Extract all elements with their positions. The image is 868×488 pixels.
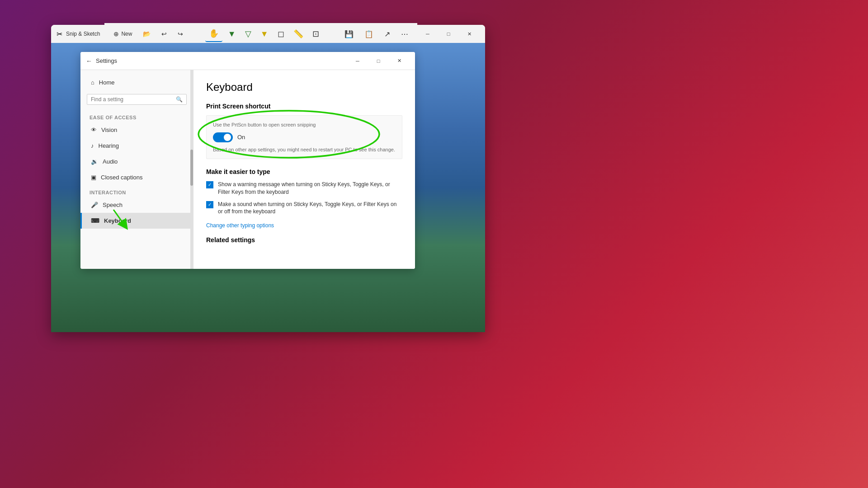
audio-icon: 🔉: [91, 158, 98, 165]
snip-content: ← Settings ─ □ ✕ ⌂: [51, 43, 485, 332]
type-section-title: Make it easier to type: [206, 168, 402, 175]
interaction-label: Interaction: [80, 185, 193, 197]
touch-draw-icon: ✋: [209, 28, 219, 38]
settings-window: ← Settings ─ □ ✕ ⌂: [80, 52, 415, 269]
toggle-description: Use the PrtScn button to open screen sni…: [213, 121, 396, 129]
home-icon: ⌂: [91, 79, 94, 86]
toggle-row: On: [213, 132, 396, 142]
snip-close-button[interactable]: ✕: [459, 27, 480, 41]
open-icon: 📂: [143, 30, 151, 38]
redo-icon: ↪: [178, 30, 183, 38]
settings-minimize-button[interactable]: ─: [347, 54, 368, 68]
sidebar-scrollbar-thumb: [190, 150, 193, 186]
settings-title-left: ← Settings: [86, 57, 117, 65]
captions-icon: ▣: [91, 174, 96, 181]
checkmark-1: ✓: [208, 183, 212, 187]
settings-body: ⌂ Home 🔍 Ease of Access 👁: [80, 70, 415, 269]
checkbox-1[interactable]: ✓: [206, 181, 213, 188]
eraser-icon: ◻: [278, 29, 284, 39]
highlighter-button[interactable]: ▼: [257, 26, 272, 42]
open-button[interactable]: 📂: [138, 26, 155, 42]
toggle-note: Based on other app settings, you might n…: [213, 146, 396, 154]
settings-title-text: Settings: [96, 57, 117, 64]
crop-button[interactable]: ⊡: [309, 26, 323, 42]
toggle-knob: [224, 134, 231, 141]
highlighter-icon: ▼: [260, 29, 269, 39]
sidebar-speech-label: Speech: [103, 202, 123, 208]
share-icon: ↗: [384, 30, 390, 38]
checkbox-row-2: ✓ Make a sound when turning on Sticky Ke…: [206, 201, 402, 216]
toggle-state-label: On: [237, 134, 245, 141]
hearing-icon: ♪: [91, 142, 94, 149]
settings-back-button[interactable]: ←: [86, 57, 92, 65]
new-label: New: [121, 31, 132, 37]
ease-of-access-label: Ease of Access: [80, 110, 193, 122]
redo-button[interactable]: ↪: [173, 26, 188, 42]
checkbox-2[interactable]: ✓: [206, 201, 213, 208]
sidebar-home-label: Home: [99, 79, 115, 86]
prtscn-toggle[interactable]: [213, 132, 233, 142]
sidebar-vision-label: Vision: [101, 127, 117, 133]
snip-toolbar: ⊕ New 📂 ↩ ↪ ✋ ▼ ▽: [104, 23, 417, 45]
green-arrow-annotation: [109, 210, 132, 230]
sidebar-item-audio[interactable]: 🔉 Audio: [80, 154, 193, 169]
snip-background-image: ← Settings ─ □ ✕ ⌂: [51, 43, 485, 332]
copy-button[interactable]: 📋: [360, 26, 378, 42]
page-title: Keyboard: [206, 81, 402, 94]
copy-icon: 📋: [364, 30, 373, 38]
checkmark-2: ✓: [208, 202, 212, 207]
eraser-button[interactable]: ◻: [274, 26, 288, 42]
change-typing-link-container: Change other typing options: [206, 221, 402, 229]
sidebar-item-keyboard[interactable]: ⌨ Keyboard: [80, 213, 193, 229]
ruler-icon: 📏: [293, 29, 303, 39]
checkbox-label-2: Make a sound when turning on Sticky Keys…: [218, 201, 402, 216]
sidebar-item-vision[interactable]: 👁 Vision: [80, 122, 193, 138]
settings-main: Keyboard Print Screen shortcut Use the P…: [193, 70, 415, 269]
print-screen-title: Print Screen shortcut: [206, 103, 402, 110]
sidebar-item-speech[interactable]: 🎤 Speech: [80, 197, 193, 213]
snip-sketch-window: ✂ Snip & Sketch ⊕ New 📂 ↩ ↪ ✋: [51, 25, 485, 332]
settings-sidebar: ⌂ Home 🔍 Ease of Access 👁: [80, 70, 193, 269]
svg-line-1: [113, 210, 125, 225]
print-screen-section: Use the PrtScn button to open screen sni…: [206, 115, 402, 159]
ballpoint-button[interactable]: ▼: [224, 26, 240, 42]
checkbox-row-1: ✓ Show a warning message when turning on…: [206, 181, 402, 196]
speech-icon: 🎤: [91, 202, 98, 208]
snip-title-left: ✂ Snip & Sketch: [57, 30, 100, 38]
keyboard-icon: ⌨: [91, 217, 99, 224]
more-icon: ⋯: [401, 30, 408, 38]
new-icon: ⊕: [113, 30, 119, 38]
crop-icon: ⊡: [312, 29, 319, 39]
sidebar-captions-label: Closed captions: [101, 174, 143, 181]
change-typing-link[interactable]: Change other typing options: [206, 222, 274, 229]
new-button[interactable]: ⊕ New: [109, 26, 137, 42]
snip-minimize-button[interactable]: ─: [417, 27, 438, 41]
vision-icon: 👁: [91, 127, 97, 133]
snip-maximize-button[interactable]: □: [438, 27, 459, 41]
settings-search-input[interactable]: [91, 96, 176, 103]
settings-search-box[interactable]: 🔍: [87, 94, 187, 105]
settings-maximize-button[interactable]: □: [368, 54, 389, 68]
pencil-button[interactable]: ▽: [241, 26, 255, 42]
search-icon: 🔍: [176, 96, 183, 103]
snip-win-controls: ─ □ ✕: [417, 27, 480, 41]
sidebar-item-hearing[interactable]: ♪ Hearing: [80, 138, 193, 154]
save-button[interactable]: 💾: [340, 26, 358, 42]
sidebar-hearing-label: Hearing: [99, 142, 119, 149]
sidebar-scrollbar[interactable]: [190, 70, 193, 269]
settings-titlebar: ← Settings ─ □ ✕: [80, 52, 415, 70]
touch-draw-button[interactable]: ✋: [205, 26, 222, 42]
sidebar-item-home[interactable]: ⌂ Home: [80, 75, 193, 90]
checkbox-label-1: Show a warning message when turning on S…: [218, 181, 402, 196]
sidebar-item-closed-captions[interactable]: ▣ Closed captions: [80, 169, 193, 185]
ruler-button[interactable]: 📏: [290, 26, 307, 42]
more-button[interactable]: ⋯: [396, 26, 413, 42]
share-button[interactable]: ↗: [380, 26, 395, 42]
ballpoint-icon: ▼: [228, 29, 236, 39]
undo-button[interactable]: ↩: [157, 26, 171, 42]
settings-close-button[interactable]: ✕: [389, 54, 410, 68]
pencil-icon: ▽: [245, 29, 251, 39]
sidebar-audio-label: Audio: [103, 158, 118, 165]
snip-title-text: Snip & Sketch: [66, 31, 100, 37]
undo-icon: ↩: [161, 30, 167, 38]
